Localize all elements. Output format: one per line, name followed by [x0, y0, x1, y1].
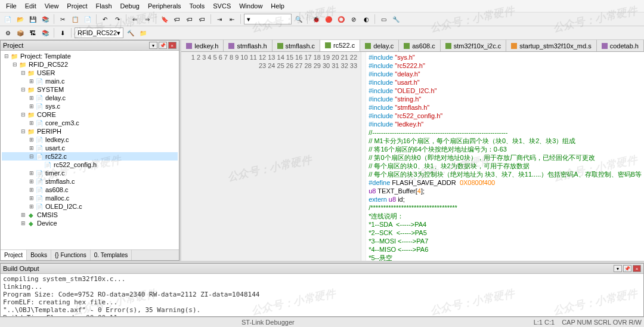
find-icon[interactable]: 🔍 [293, 14, 304, 24]
bo-pin-icon[interactable]: 📌 [623, 265, 631, 272]
panel-pin-icon[interactable]: 📌 [159, 42, 167, 49]
menu-help[interactable]: Help [267, 1, 288, 11]
tree-toggle-icon[interactable]: ⊞ [28, 187, 35, 193]
save-all-icon[interactable]: 📚 [40, 14, 51, 24]
editor-tab[interactable]: stmflash.h [224, 40, 272, 51]
tree-node[interactable]: ⊞◆Device [2, 219, 178, 227]
download-icon[interactable]: ⬇ [57, 27, 68, 38]
tree-node[interactable]: ⊟📁PERIPH [2, 127, 178, 135]
tree-node[interactable]: ⊞📄ledkey.c [2, 135, 178, 144]
translate-icon[interactable]: ⚙ [2, 27, 13, 38]
bo-close-icon[interactable]: × [633, 265, 641, 272]
tree-toggle-icon[interactable]: ⊟ [20, 87, 27, 92]
editor-tab[interactable]: startup_stm32f10x_md.s [506, 40, 596, 51]
batch-build-icon[interactable]: 📚 [40, 27, 51, 38]
build-output-text[interactable]: compiling system_stm32f10x.c... linking.… [1, 274, 643, 316]
editor-tab[interactable]: codetab.h [597, 40, 644, 51]
bookmark-next-icon[interactable]: 🏷 [184, 14, 195, 24]
paste-icon[interactable]: 📄 [82, 14, 93, 24]
project-tab[interactable]: {} Functions [51, 250, 91, 260]
tree-toggle-icon[interactable]: ⊟ [28, 153, 35, 159]
tree-toggle-icon[interactable]: ⊞ [28, 137, 35, 143]
breakpoint-icon[interactable]: 🔴 [323, 14, 334, 24]
tree-toggle-icon[interactable]: ⊞ [28, 78, 35, 84]
project-tab[interactable]: Project [1, 250, 27, 260]
tree-toggle-icon[interactable]: ⊞ [28, 103, 35, 109]
tree-node[interactable]: ⊞◆CMSIS [2, 211, 178, 219]
bookmark-icon[interactable]: 🔖 [159, 14, 170, 24]
tree-toggle-icon[interactable]: ⊞ [28, 170, 35, 176]
project-tab[interactable]: Books [27, 250, 51, 260]
tree-node[interactable]: ⊞📄as608.c [2, 186, 178, 194]
find-combo[interactable]: ▾ [244, 14, 292, 24]
tree-node[interactable]: ⊟📁CORE [2, 110, 178, 119]
bp-kill-icon[interactable]: ⊘ [348, 14, 359, 24]
debug-icon[interactable]: 🐞 [311, 14, 321, 24]
tree-toggle-icon[interactable]: ⊞ [28, 95, 35, 101]
code-editor[interactable]: 1 2 3 4 5 6 7 8 9 10 11 12 13 14 15 16 1… [181, 52, 644, 261]
tree-node[interactable]: ⊟📁RFID_RC522 [2, 60, 178, 69]
build-icon[interactable]: 📦 [15, 27, 26, 38]
tree-toggle-icon[interactable]: ⊞ [28, 203, 35, 209]
editor-tab[interactable]: as608.c [399, 40, 441, 51]
bp-disable-icon[interactable]: ⭕ [336, 14, 346, 24]
target-combo[interactable]: RFID_RC522▾ [75, 27, 123, 38]
rebuild-icon[interactable]: 🏗 [27, 27, 38, 38]
tree-node[interactable]: ⊞📄core_cm3.c [2, 119, 178, 127]
project-tree[interactable]: ⊟📁Project: Template⊟📁RFID_RC522⊟📁USER⊞📄m… [1, 51, 179, 249]
editor-tab[interactable]: ledkey.h [181, 40, 224, 51]
tree-node[interactable]: ⊟📁SYSTEM [2, 85, 178, 94]
tree-toggle-icon[interactable]: ⊟ [11, 61, 18, 67]
tree-node[interactable]: ⊞📄malloc.c [2, 194, 178, 202]
editor-tab[interactable]: delay.c [360, 40, 399, 51]
source-text[interactable]: #include "sys.h" #include "rc5222.h" #in… [366, 52, 644, 261]
tree-node[interactable]: ⊞📄timer.c [2, 169, 178, 177]
tree-toggle-icon[interactable]: ⊟ [3, 53, 10, 59]
menu-peripherals[interactable]: Peripherals [144, 1, 185, 11]
nav-back-icon[interactable]: ⇐ [129, 14, 140, 24]
save-icon[interactable]: 💾 [27, 14, 38, 24]
nav-fwd-icon[interactable]: ⇒ [142, 14, 153, 24]
window-icon[interactable]: ▭ [378, 14, 389, 24]
copy-icon[interactable]: 📋 [70, 14, 80, 24]
target-options-icon[interactable]: 🔨 [125, 27, 136, 38]
menu-tools[interactable]: Tools [186, 1, 209, 11]
outdent-icon[interactable]: ⇤ [227, 14, 237, 24]
tree-toggle-icon[interactable]: ⊟ [20, 112, 27, 118]
menu-file[interactable]: File [2, 1, 20, 11]
bookmark-clear-icon[interactable]: 🏷 [197, 14, 208, 24]
editor-tab[interactable]: rc522.c [320, 40, 360, 52]
undo-icon[interactable]: ↶ [100, 14, 110, 24]
tree-toggle-icon[interactable]: ⊞ [20, 212, 27, 218]
tree-toggle-icon[interactable]: ⊞ [20, 220, 27, 226]
config-icon[interactable]: 🔧 [391, 14, 401, 24]
menu-flash[interactable]: Flash [92, 1, 116, 11]
project-tab[interactable]: 0. Templates [91, 250, 132, 260]
open-icon[interactable]: 📂 [15, 14, 26, 24]
bo-dropdown-icon[interactable]: ▾ [614, 265, 622, 272]
indent-icon[interactable]: ⇥ [214, 14, 225, 24]
redo-icon[interactable]: ↷ [112, 14, 123, 24]
menu-svcs[interactable]: SVCS [209, 1, 234, 11]
tree-node[interactable]: ⊞📄stmflash.c [2, 177, 178, 186]
panel-dropdown-icon[interactable]: ▾ [149, 42, 157, 49]
editor-tab[interactable]: stm32f10x_i2c.c [441, 40, 506, 51]
tree-toggle-icon[interactable]: ⊟ [20, 128, 27, 134]
panel-close-icon[interactable]: × [168, 42, 177, 49]
tree-node[interactable]: ⊟📄rc522.c [2, 152, 178, 161]
menu-edit[interactable]: Edit [21, 1, 40, 11]
cut-icon[interactable]: ✂ [57, 14, 68, 24]
tree-node[interactable]: ⊞📄OLED_I2C.c [2, 202, 178, 211]
tree-toggle-icon[interactable]: ⊞ [28, 195, 35, 201]
tree-node[interactable]: 📄rc522_config.h [2, 161, 178, 169]
tree-toggle-icon[interactable]: ⊞ [28, 145, 35, 151]
bookmark-prev-icon[interactable]: 🏷 [172, 14, 182, 24]
menu-debug[interactable]: Debug [117, 1, 143, 11]
tree-node[interactable]: ⊟📁Project: Template [2, 52, 178, 60]
new-file-icon[interactable]: 📄 [2, 14, 13, 24]
menu-project[interactable]: Project [63, 1, 91, 11]
tree-node[interactable]: ⊞📄usart.c [2, 144, 178, 152]
tree-node[interactable]: ⊞📄main.c [2, 77, 178, 85]
tree-toggle-icon[interactable]: ⊞ [28, 120, 35, 126]
manage-icon[interactable]: 📁 [138, 27, 148, 38]
